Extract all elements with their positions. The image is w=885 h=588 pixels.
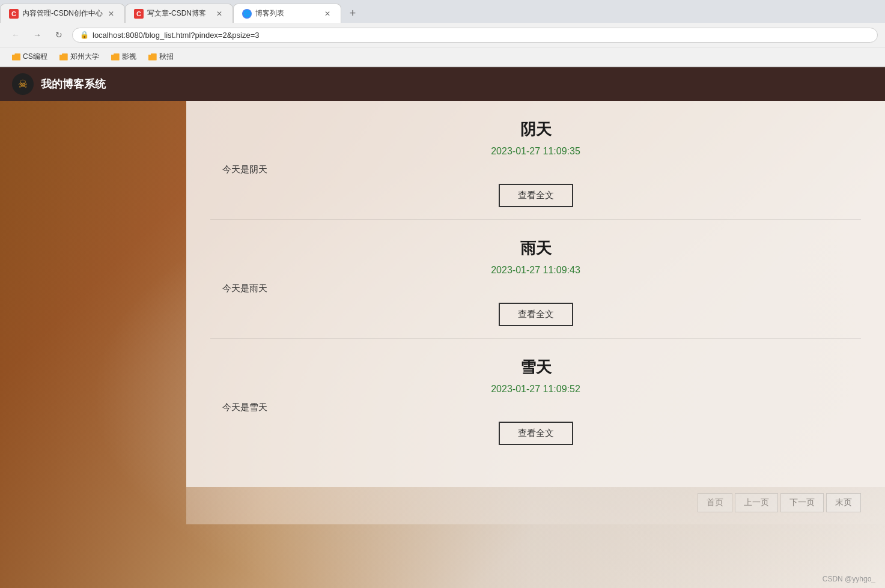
bookmark-zzu[interactable]: 郑州大学 <box>55 50 104 64</box>
pagination: 首页 上一页 下一页 末页 <box>186 487 885 524</box>
tab-title-3: 博客列表 <box>255 8 319 19</box>
blog-item-3: 雪天 2023-01-27 11:09:52 今天是雪天 查看全文 <box>210 357 861 457</box>
blog-date-1: 2023-01-27 11:09:35 <box>491 146 580 157</box>
tab-favicon-globe: 🌐 <box>242 9 252 19</box>
url-box[interactable]: 🔒 <box>72 28 878 43</box>
bookmarks-bar: CS编程 郑州大学 影视 秋招 <box>0 47 885 67</box>
tab-close-1[interactable]: ✕ <box>106 9 116 19</box>
lock-icon: 🔒 <box>80 31 89 39</box>
app-body: 阴天 2023-01-27 11:09:35 今天是阴天 查看全文 雨天 202… <box>0 101 885 588</box>
blog-item-2: 雨天 2023-01-27 11:09:43 今天是雨天 查看全文 <box>210 238 861 339</box>
forward-button[interactable]: → <box>29 26 46 43</box>
tab-csdn-content[interactable]: C 内容管理-CSDN创作中心 ✕ <box>0 4 125 23</box>
blog-summary-1: 今天是阴天 <box>222 164 267 175</box>
tab-new-button[interactable]: + <box>344 4 362 22</box>
back-button[interactable]: ← <box>7 26 24 43</box>
next-page-button[interactable]: 下一页 <box>780 493 824 512</box>
bookmark-folder-icon-zzu <box>59 53 68 61</box>
tab-favicon-csdn1: C <box>9 9 19 19</box>
bookmark-label-zzu: 郑州大学 <box>70 52 99 62</box>
bookmark-movies[interactable]: 影视 <box>106 50 141 64</box>
tab-close-2[interactable]: ✕ <box>214 9 224 19</box>
blog-date-2: 2023-01-27 11:09:43 <box>491 265 580 276</box>
url-input[interactable] <box>93 31 870 40</box>
read-more-btn-3[interactable]: 查看全文 <box>499 422 573 445</box>
prev-page-button[interactable]: 上一页 <box>735 493 778 512</box>
bookmark-label-movies: 影视 <box>122 52 136 62</box>
bookmark-folder-icon-cs <box>12 53 20 61</box>
blog-item-1: 阴天 2023-01-27 11:09:35 今天是阴天 查看全文 <box>210 119 861 220</box>
blog-date-3: 2023-01-27 11:09:52 <box>491 384 580 395</box>
app-title: 我的博客系统 <box>41 77 106 91</box>
bookmark-label-job: 秋招 <box>159 52 174 62</box>
blog-summary-2: 今天是雨天 <box>222 283 267 294</box>
tab-bar: C 内容管理-CSDN创作中心 ✕ C 写文章-CSDN博客 ✕ 🌐 博客列表 … <box>0 0 885 23</box>
tab-csdn-write[interactable]: C 写文章-CSDN博客 ✕ <box>125 4 233 23</box>
read-more-btn-1[interactable]: 查看全文 <box>499 184 573 207</box>
tab-blog-list[interactable]: 🌐 博客列表 ✕ <box>233 4 341 23</box>
blog-summary-3: 今天是雪天 <box>222 402 267 413</box>
app-logo: ☠ <box>12 73 34 95</box>
tab-favicon-csdn2: C <box>134 9 144 19</box>
read-more-btn-2[interactable]: 查看全文 <box>499 303 573 326</box>
bookmark-job[interactable]: 秋招 <box>144 50 178 64</box>
bookmark-folder-icon-movies <box>111 53 120 61</box>
browser-chrome: C 内容管理-CSDN创作中心 ✕ C 写文章-CSDN博客 ✕ 🌐 博客列表 … <box>0 0 885 67</box>
app-header: ☠ 我的博客系统 <box>0 67 885 101</box>
tab-close-3[interactable]: ✕ <box>323 9 332 19</box>
tab-title-2: 写文章-CSDN博客 <box>147 8 211 19</box>
reload-button[interactable]: ↻ <box>50 26 67 43</box>
first-page-button[interactable]: 首页 <box>698 493 732 512</box>
last-page-button[interactable]: 末页 <box>826 493 861 512</box>
blog-title-2: 雨天 <box>520 238 552 259</box>
footer-credit: CSDN @yyhgo_ <box>823 575 875 583</box>
tab-title-1: 内容管理-CSDN创作中心 <box>22 8 103 19</box>
bookmark-folder-icon-job <box>148 53 157 61</box>
bookmark-label-cs: CS编程 <box>23 52 47 62</box>
bookmark-cs[interactable]: CS编程 <box>7 50 52 64</box>
address-bar: ← → ↻ 🔒 <box>0 23 885 47</box>
blog-title-3: 雪天 <box>520 357 552 378</box>
blog-title-1: 阴天 <box>520 119 552 140</box>
content-card: 阴天 2023-01-27 11:09:35 今天是阴天 查看全文 雨天 202… <box>186 101 885 487</box>
